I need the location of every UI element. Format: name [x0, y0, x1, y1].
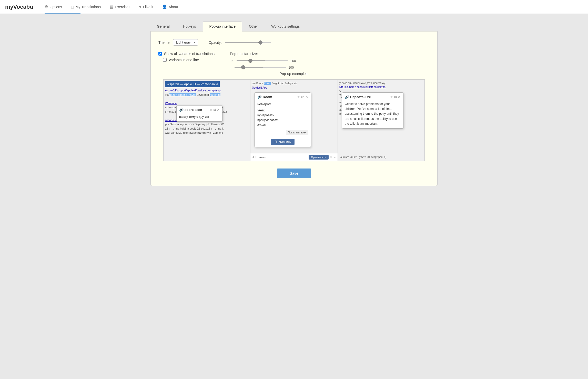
popup-actions-3: ★ ru ✕: [390, 95, 401, 99]
header: myVocabu ⚙ Options ◻ My Translations ▦ E…: [0, 0, 588, 14]
invite-button-sm[interactable]: Пригласить: [309, 155, 329, 160]
show-all-variants-checkbox[interactable]: [158, 52, 162, 56]
popup-examples-label: Pop-up examples:: [158, 72, 430, 76]
theme-opacity-row: Theme: Light gray Dark Minimal Classic O…: [158, 39, 430, 46]
show-all-variants-label[interactable]: Show all variants of translations: [164, 52, 215, 56]
height-value: 100: [288, 66, 296, 69]
tab-bar: General Hotkeys Pop-up interface Other W…: [150, 22, 438, 31]
example-bg-ru-text-3: О: [339, 89, 341, 92]
variants-in-one-line-checkbox[interactable]: [163, 58, 167, 62]
main-content: General Hotkeys Pop-up interface Other W…: [140, 14, 448, 194]
star-icon-2[interactable]: ★: [297, 95, 300, 99]
book-icon: ◻: [71, 4, 74, 9]
example-box-1: Wsparcie — Apple ID — Po Wsparcie e.com/…: [163, 79, 250, 161]
example-bg-text-2: om Boom Room / night club & day club Odw…: [250, 80, 338, 91]
popup-card-3: 🔊 Перестаньте ★ ru ✕ Cease to solve prob…: [342, 92, 403, 129]
example-bg-link-odwiedz: Odwiedź App: [252, 86, 267, 89]
star-icon-3[interactable]: ★: [390, 95, 393, 99]
popup-noun-label: Noun:: [257, 123, 266, 127]
tab-other[interactable]: Other: [242, 22, 264, 31]
popup-body-1: на эту тему с другим: [179, 114, 220, 119]
width-slider[interactable]: [237, 60, 288, 61]
popup-verb-1: нумеровать: [257, 113, 274, 117]
tab-hotkeys[interactable]: Hotkeys: [177, 22, 202, 31]
popup-body-2: номером Verb: нумеровать пронумеровать N…: [257, 102, 308, 145]
close-icon-1[interactable]: ✕: [217, 108, 220, 112]
user-icon: 👤: [162, 4, 167, 9]
popup-size-group: Pop-up start size: ↔ 200 ↕ 100: [230, 52, 298, 72]
close-icon-3[interactable]: ✕: [398, 95, 401, 99]
save-button[interactable]: Save: [277, 169, 311, 178]
popup-translation-2: номером: [257, 102, 308, 107]
popup-invite-row: Пригласить: [257, 137, 308, 145]
example-bg-bold-1: na ten t: [197, 131, 207, 134]
example-box-3: у, пока они маленькие дети, поскольку ым…: [338, 79, 425, 161]
theme-select[interactable]: Light gray Dark Minimal Classic: [173, 39, 198, 46]
example-bg-room-highlight: Room: [264, 82, 271, 85]
popup-show-all-row: Показать всех: [257, 129, 308, 135]
popup-title-group-3: 🔊 Перестаньте: [345, 95, 371, 99]
height-icon: ↕: [230, 65, 232, 70]
popup-actions-2: ★ en ✕: [297, 95, 308, 99]
popup-noun-section: Noun:: [257, 123, 308, 128]
popup-verb-2: пронумеровать: [257, 118, 279, 122]
height-size-row: ↕ 100: [230, 65, 298, 70]
popup-examples-section: Pop-up examples: Wsparcie — Apple ID — P…: [158, 72, 430, 161]
tab-popup-interface[interactable]: Pop-up interface: [203, 22, 242, 31]
popup-verb-section: Verb: нумеровать пронумеровать: [257, 108, 308, 123]
popup-word-1: sobre esse: [185, 108, 202, 112]
speaker-icon-3: 🔊: [345, 95, 349, 99]
opacity-label: Opacity:: [208, 40, 221, 45]
opacity-group: Opacity:: [208, 40, 271, 45]
popup-word-2: Room: [263, 95, 272, 99]
panel-popup-interface: Theme: Light gray Dark Minimal Classic O…: [150, 31, 438, 186]
popup-size-label: Pop-up start size:: [230, 52, 298, 56]
variants-in-one-line-label[interactable]: Variants in one line: [169, 58, 199, 62]
example-bg-link-2: Wsparcie: [165, 102, 177, 105]
nav-underline: [45, 13, 80, 14]
example-box-2: om Boom Room / night club & day club Odw…: [250, 79, 338, 161]
popup-verb-label: Verb:: [257, 109, 265, 112]
speaker-icon-2: 🔊: [257, 95, 262, 99]
settings-two-col: Show all variants of translations Varian…: [158, 52, 430, 72]
close-icon-bottom[interactable]: ✕: [330, 155, 332, 159]
example-bg-link-1: e.com/pl/support/appleid/basicse.com/pl/…: [165, 89, 220, 92]
close-icon-2[interactable]: ✕: [305, 95, 308, 99]
example-3-bottom-text: они это чинят. Купите им смартфон, д: [340, 156, 386, 159]
star-icon-1[interactable]: ★: [209, 108, 212, 112]
popup-lang-2: en: [301, 95, 304, 98]
example-2-bottom-bar: й Штанько Пригласить ✕ ≡: [250, 153, 338, 161]
nav-my-translations[interactable]: ◻ My Translations: [67, 3, 104, 11]
app-logo: myVocabu: [5, 4, 33, 10]
nav-bar: ⚙ Options ◻ My Translations ▦ Exercises …: [41, 3, 583, 11]
popup-lang-1: pt: [214, 108, 216, 111]
nav-about[interactable]: 👤 About: [158, 3, 182, 11]
nav-i-like-it[interactable]: ♥ I like it: [136, 3, 157, 11]
width-icon: ↔: [230, 58, 234, 63]
save-section: Save: [158, 169, 430, 178]
nav-options[interactable]: ⚙ Options: [41, 3, 66, 11]
invite-button-2[interactable]: Пригласить: [271, 139, 295, 145]
popup-title-group-1: 🔊 sobre esse: [179, 108, 202, 112]
tab-workouts-settings[interactable]: Workouts settings: [265, 22, 306, 31]
checkbox-group: Show all variants of translations Varian…: [158, 52, 215, 64]
example-bg-highlight-2: na ten te: [210, 93, 221, 96]
example-2-bottom-name: й Штанько: [252, 156, 266, 159]
opacity-slider[interactable]: [225, 42, 271, 43]
popup-header-1: 🔊 sobre esse ★ pt ✕: [179, 108, 220, 113]
popup-word-3: Перестаньте: [350, 95, 371, 99]
show-all-button[interactable]: Показать всех: [286, 130, 308, 135]
height-slider[interactable]: [235, 67, 286, 68]
example-bg-ru-text-2: ым навыком в современном обществе.: [339, 86, 386, 88]
gear-icon: ⚙: [45, 4, 48, 9]
nav-exercises[interactable]: ▦ Exercises: [106, 3, 134, 11]
tab-general[interactable]: General: [150, 22, 176, 31]
scroll-icon: ≡: [333, 155, 336, 159]
popup-lang-3: ru: [394, 95, 397, 98]
popup-card-2: 🔊 Room ★ en ✕ номером: [255, 92, 311, 147]
theme-label: Theme:: [158, 40, 170, 45]
variants-in-one-line-item: Variants in one line: [158, 58, 215, 62]
show-all-variants-item: Show all variants of translations: [158, 52, 215, 56]
popup-card-1: 🔊 sobre esse ★ pt ✕ на эту тему с другим: [176, 105, 222, 122]
popup-body-3: Cease to solve problems for your childre…: [345, 102, 401, 126]
